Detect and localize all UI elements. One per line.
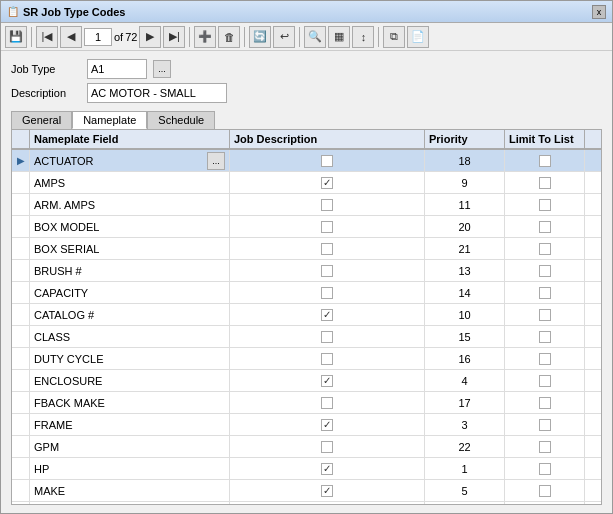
table-row[interactable]: FBACK MAKE17: [12, 392, 601, 414]
limit-to-list-checkbox[interactable]: [539, 441, 551, 453]
table-row[interactable]: ▶ACTUATOR...18: [12, 150, 601, 172]
job-description-cell[interactable]: [230, 370, 425, 391]
job-description-checkbox[interactable]: [321, 287, 333, 299]
job-description-cell[interactable]: [230, 304, 425, 325]
job-description-checkbox[interactable]: [321, 243, 333, 255]
table-row[interactable]: MODEL #8: [12, 502, 601, 504]
job-description-checkbox[interactable]: [321, 441, 333, 453]
limit-to-list-cell[interactable]: [505, 216, 585, 237]
limit-to-list-cell[interactable]: [505, 392, 585, 413]
limit-to-list-cell[interactable]: [505, 194, 585, 215]
table-row[interactable]: BRUSH #13: [12, 260, 601, 282]
job-description-checkbox[interactable]: [321, 199, 333, 211]
table-row[interactable]: CLASS15: [12, 326, 601, 348]
tab-general[interactable]: General: [11, 111, 72, 129]
add-button[interactable]: ➕: [194, 26, 216, 48]
table-row[interactable]: HP1: [12, 458, 601, 480]
delete-button[interactable]: 🗑: [218, 26, 240, 48]
sort-button[interactable]: ↕: [352, 26, 374, 48]
table-row[interactable]: ENCLOSURE4: [12, 370, 601, 392]
limit-to-list-cell[interactable]: [505, 370, 585, 391]
job-description-cell[interactable]: [230, 238, 425, 259]
job-description-cell[interactable]: [230, 480, 425, 501]
job-description-cell[interactable]: [230, 414, 425, 435]
job-description-cell[interactable]: [230, 458, 425, 479]
job-description-cell[interactable]: [230, 194, 425, 215]
job-description-cell[interactable]: [230, 436, 425, 457]
limit-to-list-cell[interactable]: [505, 326, 585, 347]
limit-to-list-checkbox[interactable]: [539, 353, 551, 365]
limit-to-list-checkbox[interactable]: [539, 287, 551, 299]
job-description-cell[interactable]: [230, 326, 425, 347]
table-row[interactable]: GPM22: [12, 436, 601, 458]
job-description-checkbox[interactable]: [321, 397, 333, 409]
limit-to-list-cell[interactable]: [505, 260, 585, 281]
job-description-checkbox[interactable]: [321, 375, 333, 387]
limit-to-list-checkbox[interactable]: [539, 199, 551, 211]
limit-to-list-checkbox[interactable]: [539, 309, 551, 321]
job-description-cell[interactable]: [230, 502, 425, 504]
job-description-cell[interactable]: [230, 282, 425, 303]
job-description-checkbox[interactable]: [321, 485, 333, 497]
paste-button[interactable]: 📄: [407, 26, 429, 48]
last-button[interactable]: ▶|: [163, 26, 185, 48]
job-description-checkbox[interactable]: [321, 463, 333, 475]
field-browse-button[interactable]: ...: [207, 152, 225, 170]
table-row[interactable]: DUTY CYCLE16: [12, 348, 601, 370]
page-input[interactable]: [84, 28, 112, 46]
table-row[interactable]: FRAME3: [12, 414, 601, 436]
save-button[interactable]: 💾: [5, 26, 27, 48]
refresh-button[interactable]: 🔄: [249, 26, 271, 48]
description-input[interactable]: [87, 83, 227, 103]
limit-to-list-cell[interactable]: [505, 436, 585, 457]
limit-to-list-checkbox[interactable]: [539, 397, 551, 409]
limit-to-list-cell[interactable]: [505, 172, 585, 193]
search-button[interactable]: 🔍: [304, 26, 326, 48]
limit-to-list-checkbox[interactable]: [539, 419, 551, 431]
limit-to-list-cell[interactable]: [505, 304, 585, 325]
job-description-cell[interactable]: [230, 172, 425, 193]
tab-nameplate[interactable]: Nameplate: [72, 111, 147, 129]
table-row[interactable]: ARM. AMPS11: [12, 194, 601, 216]
job-type-input[interactable]: [87, 59, 147, 79]
job-description-checkbox[interactable]: [321, 221, 333, 233]
limit-to-list-cell[interactable]: [505, 480, 585, 501]
table-row[interactable]: AMPS9: [12, 172, 601, 194]
job-description-checkbox[interactable]: [321, 265, 333, 277]
tab-schedule[interactable]: Schedule: [147, 111, 215, 129]
filter-button[interactable]: ▦: [328, 26, 350, 48]
copy-button[interactable]: ⧉: [383, 26, 405, 48]
job-description-checkbox[interactable]: [321, 155, 333, 167]
close-button[interactable]: x: [592, 5, 606, 19]
job-description-checkbox[interactable]: [321, 353, 333, 365]
job-description-checkbox[interactable]: [321, 177, 333, 189]
limit-to-list-checkbox[interactable]: [539, 331, 551, 343]
table-row[interactable]: CAPACITY14: [12, 282, 601, 304]
limit-to-list-checkbox[interactable]: [539, 177, 551, 189]
limit-to-list-cell[interactable]: [505, 238, 585, 259]
limit-to-list-cell[interactable]: [505, 282, 585, 303]
job-description-checkbox[interactable]: [321, 309, 333, 321]
table-row[interactable]: MAKE5: [12, 480, 601, 502]
limit-to-list-checkbox[interactable]: [539, 463, 551, 475]
limit-to-list-checkbox[interactable]: [539, 243, 551, 255]
job-description-cell[interactable]: [230, 392, 425, 413]
next-button[interactable]: ▶: [139, 26, 161, 48]
table-row[interactable]: CATALOG #10: [12, 304, 601, 326]
limit-to-list-cell[interactable]: [505, 414, 585, 435]
limit-to-list-cell[interactable]: [505, 458, 585, 479]
table-row[interactable]: BOX SERIAL21: [12, 238, 601, 260]
prev-button[interactable]: ◀: [60, 26, 82, 48]
limit-to-list-checkbox[interactable]: [539, 221, 551, 233]
table-row[interactable]: BOX MODEL20: [12, 216, 601, 238]
job-description-cell[interactable]: [230, 260, 425, 281]
job-description-cell[interactable]: [230, 216, 425, 237]
limit-to-list-cell[interactable]: [505, 502, 585, 504]
limit-to-list-checkbox[interactable]: [539, 485, 551, 497]
limit-to-list-checkbox[interactable]: [539, 155, 551, 167]
job-description-checkbox[interactable]: [321, 419, 333, 431]
limit-to-list-cell[interactable]: [505, 150, 585, 171]
job-description-cell[interactable]: [230, 150, 425, 171]
first-button[interactable]: |◀: [36, 26, 58, 48]
limit-to-list-checkbox[interactable]: [539, 375, 551, 387]
